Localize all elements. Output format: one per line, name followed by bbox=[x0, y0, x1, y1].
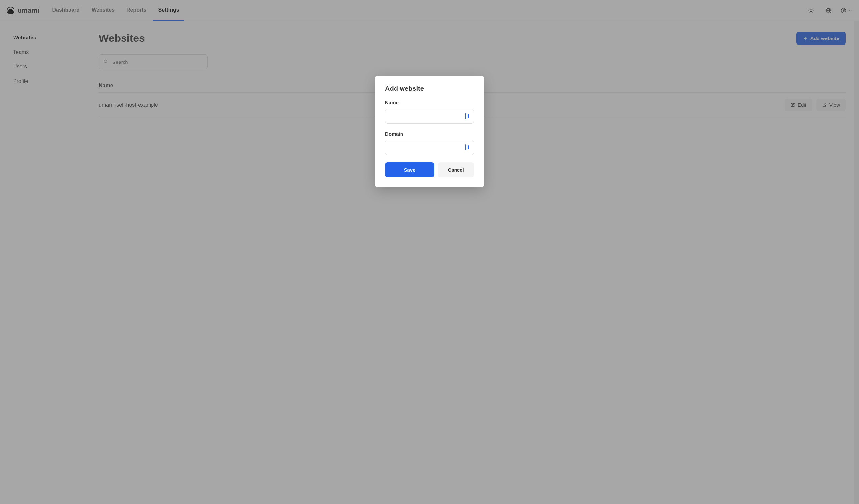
domain-label: Domain bbox=[385, 131, 474, 137]
add-website-modal: Add website Name Domain Save Cancel bbox=[375, 76, 484, 187]
modal-actions: Save Cancel bbox=[385, 162, 474, 177]
name-label: Name bbox=[385, 100, 474, 105]
domain-input[interactable] bbox=[385, 140, 474, 155]
save-button[interactable]: Save bbox=[385, 162, 434, 177]
modal-overlay[interactable]: Add website Name Domain Save Cancel bbox=[0, 0, 859, 504]
modal-title: Add website bbox=[385, 85, 474, 92]
save-label: Save bbox=[404, 167, 415, 173]
name-input[interactable] bbox=[385, 109, 474, 124]
cancel-button[interactable]: Cancel bbox=[438, 162, 474, 177]
input-indicator-icon bbox=[465, 144, 469, 150]
cancel-label: Cancel bbox=[448, 167, 464, 173]
form-group-domain: Domain bbox=[385, 131, 474, 155]
input-indicator-icon bbox=[465, 113, 469, 119]
form-group-name: Name bbox=[385, 100, 474, 124]
